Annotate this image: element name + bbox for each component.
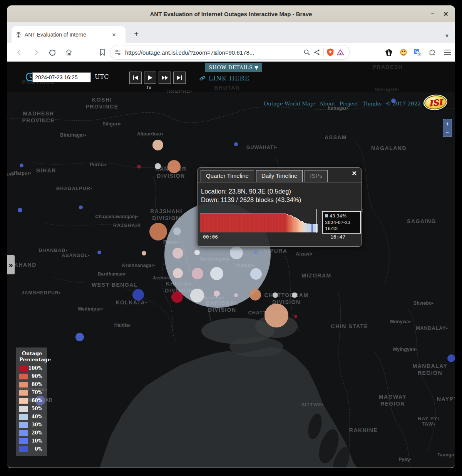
reload-button[interactable] [46, 46, 59, 58]
outage-circle[interactable] [214, 291, 220, 297]
outage-circle[interactable] [210, 267, 223, 280]
outage-circle[interactable] [75, 333, 84, 341]
map-zoom-control: + − [443, 119, 452, 137]
outage-circle[interactable] [192, 268, 203, 279]
bookmark-icon[interactable] [96, 46, 109, 58]
tooltip-swatch [325, 214, 328, 217]
outage-circle[interactable] [447, 354, 455, 362]
skip-end-button[interactable] [173, 72, 186, 84]
outage-circle[interactable] [172, 248, 183, 259]
page-zoom-icon[interactable] [302, 47, 312, 57]
outage-circle[interactable] [137, 165, 141, 169]
popup-tab-daily-timeline[interactable]: Daily Timeline [256, 170, 303, 182]
outage-circle[interactable] [234, 293, 238, 297]
outage-circle[interactable] [173, 268, 183, 278]
popup-tab-quarter-timeline[interactable]: Quarter Timeline [201, 170, 254, 182]
outage-circle[interactable] [155, 163, 161, 169]
chain-link-icon [199, 75, 206, 82]
outage-circle[interactable] [167, 160, 181, 173]
outage-circle[interactable] [294, 315, 297, 318]
outage-circle[interactable] [230, 246, 243, 259]
new-tab-button[interactable]: + [131, 28, 142, 39]
outage-circle[interactable] [171, 291, 183, 303]
menu-hamburger-icon[interactable] [442, 46, 454, 58]
legend-label: 50% [28, 406, 42, 411]
axis-start-label: 00:06 [203, 234, 218, 240]
forward-button[interactable] [30, 46, 42, 58]
site-settings-icon[interactable] [114, 49, 121, 56]
outage-circle[interactable] [190, 289, 204, 302]
svg-text:文: 文 [418, 52, 421, 56]
legend-swatch [19, 382, 28, 387]
minimize-button[interactable]: – [426, 5, 440, 22]
outage-circle[interactable] [194, 250, 200, 255]
outage-circle[interactable] [79, 205, 83, 209]
show-details-button[interactable]: SHOW DETAILS ▼ [205, 63, 262, 72]
outage-circle[interactable] [149, 223, 167, 241]
tab-close-icon[interactable]: ✕ [110, 31, 118, 38]
outage-circle[interactable] [152, 140, 163, 150]
share-icon[interactable] [312, 47, 322, 57]
badger-extension-icon[interactable] [383, 46, 395, 58]
outage-circle[interactable] [97, 251, 101, 254]
extensions-puzzle-icon[interactable] [426, 46, 439, 58]
hamster-extension-icon[interactable] [397, 46, 410, 58]
location-text: Location: 23.8N, 90.3E (0.5deg) [201, 188, 291, 195]
legend-swatch [19, 398, 28, 404]
zoom-in-button[interactable]: + [443, 119, 452, 128]
play-button[interactable] [144, 72, 156, 84]
link-here-link[interactable]: LINK HERE [199, 75, 249, 82]
outage-circle[interactable] [249, 289, 261, 301]
tab-search-chevron-icon[interactable]: ∨ [445, 32, 449, 38]
legend-row: 30% [19, 422, 45, 428]
outage-circle[interactable] [254, 251, 257, 254]
header-link[interactable]: Thanks [362, 100, 382, 107]
legend-label: 100% [28, 366, 42, 371]
legend-row: 40% [19, 414, 45, 420]
legend-swatch [19, 414, 28, 420]
legend-swatch [19, 438, 28, 444]
back-button[interactable] [13, 46, 25, 58]
address-bar[interactable]: https://outage.ant.isi.edu/?zoom=7&lon=9… [110, 45, 350, 60]
fast-forward-button[interactable] [159, 72, 171, 84]
time-cursor[interactable] [316, 209, 317, 233]
translate-extension-icon[interactable]: G文 [412, 46, 424, 58]
zoom-out-button[interactable]: − [443, 128, 452, 137]
daily-timeline-chart[interactable]: 43.34% 2024-07-23 16:25 [200, 213, 358, 232]
outage-circle[interactable] [18, 208, 22, 212]
brave-shield-icon[interactable] [325, 47, 335, 57]
legend-row: 0% [19, 446, 45, 452]
header-link[interactable]: About [320, 100, 335, 107]
tooltip-percent: 43.34% [330, 213, 346, 219]
legend-label: 40% [28, 414, 42, 419]
legend-label: 90% [28, 374, 42, 379]
home-button[interactable] [63, 46, 75, 58]
site-title-link[interactable]: Outage World Map: [264, 100, 315, 107]
outage-circle[interactable] [292, 292, 297, 298]
popup-close-icon[interactable]: ✕ [352, 170, 357, 177]
outage-circle[interactable] [234, 142, 238, 146]
popup-tab-isps[interactable]: ISPs [305, 170, 328, 182]
legend-title: OutagePercentage [19, 351, 45, 363]
legend-swatch [19, 430, 28, 436]
url-text[interactable]: https://outage.ant.isi.edu/?zoom=7&lon=9… [125, 49, 254, 56]
legend-label: 20% [28, 430, 42, 436]
datetime-input[interactable] [32, 72, 91, 82]
legend-row: 60% [19, 398, 45, 404]
browser-tab[interactable]: ANT Evaluation of Interne ✕ [12, 26, 126, 43]
side-panel-toggle[interactable]: » [7, 255, 15, 274]
outage-circle[interactable] [273, 292, 278, 298]
utc-label: UTC [95, 73, 109, 80]
title-bar: ANT Evaluation of Internet Outages Inter… [7, 5, 455, 22]
outage-circle[interactable] [264, 304, 288, 327]
header-link[interactable]: Project [340, 100, 358, 107]
close-window-button[interactable]: ✕ [439, 5, 453, 22]
outage-circle[interactable] [20, 164, 23, 167]
outage-circle[interactable] [142, 251, 146, 256]
brave-rewards-icon[interactable] [335, 47, 345, 57]
outage-circle[interactable] [132, 289, 144, 301]
legend-swatch [19, 390, 28, 396]
skip-start-button[interactable] [129, 72, 142, 84]
popup-tab-bar: Quarter TimelineDaily TimelineISPs [198, 170, 362, 182]
outage-circle[interactable] [250, 268, 262, 280]
